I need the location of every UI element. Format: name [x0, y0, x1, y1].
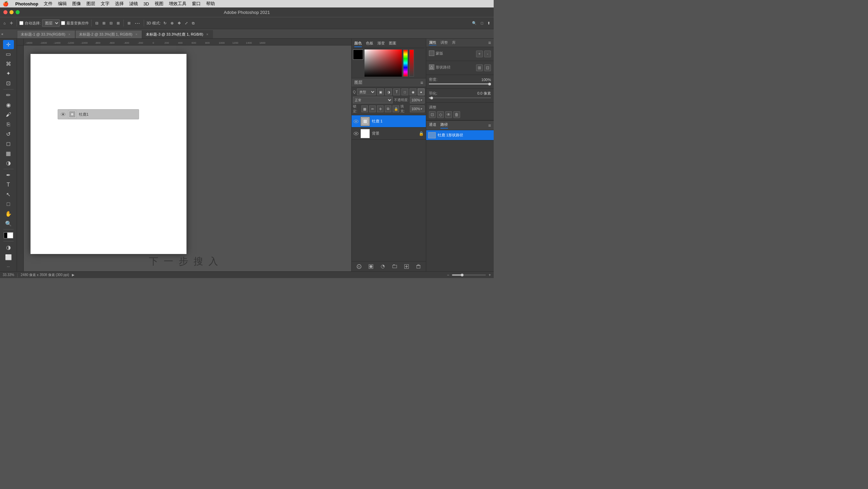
3d-orbit-button[interactable]: ⊕ [169, 19, 175, 27]
filter-smart-btn[interactable]: ◉ [410, 89, 416, 95]
3d-scale-button[interactable]: ⧉ [191, 19, 196, 27]
lock-transparent-btn[interactable]: ▦ [361, 105, 368, 112]
tab-1-close[interactable]: × [134, 33, 138, 37]
delete-layer-button[interactable] [415, 263, 422, 270]
channels-panel-menu[interactable]: ≡ [488, 122, 491, 129]
clone-tool[interactable]: ⎘ [3, 120, 14, 129]
props-tab-library[interactable]: 库 [452, 40, 456, 45]
transform-checkbox[interactable] [61, 21, 65, 25]
layer-mask-button[interactable] [367, 263, 375, 270]
filter-shape-btn[interactable]: □ [401, 89, 408, 95]
collapse-panel-button[interactable]: « [0, 30, 5, 38]
distribute-button[interactable]: ⊞ [126, 19, 132, 27]
auto-select-checkbox[interactable] [19, 21, 23, 25]
color-tab[interactable]: 颜色 [354, 41, 362, 47]
brush-tool[interactable]: 🖌 [3, 110, 14, 119]
app-name[interactable]: Photoshop [15, 1, 38, 6]
new-layer-button[interactable] [403, 263, 410, 270]
properties-panel-menu[interactable]: ≡ [488, 40, 491, 45]
more-options-button[interactable]: ⋯ [133, 19, 141, 27]
menu-filter[interactable]: 滤镜 [129, 1, 138, 7]
channel-item-0[interactable]: 牡鹿 1形状路径 [426, 130, 494, 140]
filter-pixel-btn[interactable]: ▣ [377, 89, 384, 95]
swatches-tab[interactable]: 色板 [366, 41, 373, 47]
patterns-tab[interactable]: 图案 [389, 41, 396, 47]
opacity-dropdown[interactable]: ▼ [420, 99, 423, 102]
mask-subtract-btn[interactable]: - [484, 51, 491, 57]
color-gradient[interactable] [364, 50, 402, 77]
eyedropper-tool[interactable]: ✏ [3, 91, 14, 100]
healing-tool[interactable]: ◉ [3, 100, 14, 110]
adj-eye-btn[interactable]: 👁 [445, 111, 452, 118]
layer-adjustment-button[interactable] [379, 263, 387, 270]
quick-mask-button[interactable]: ◑ [3, 243, 14, 252]
lock-paint-btn[interactable]: ✏ [369, 105, 376, 112]
menu-image[interactable]: 图像 [72, 1, 81, 7]
3d-rotate-button[interactable]: ↻ [162, 19, 168, 27]
align-right-button[interactable]: ⊟ [108, 19, 114, 27]
marquee-tool[interactable]: ▭ [3, 50, 14, 59]
layer-eye-1[interactable] [354, 132, 358, 135]
extra-tools-button[interactable]: ··· [3, 262, 14, 271]
move-tool[interactable]: ✛ [3, 40, 14, 49]
adj-delete-btn[interactable]: 🗑 [453, 111, 460, 118]
menu-select[interactable]: 选择 [115, 1, 124, 7]
align-left-button[interactable]: ⊟ [94, 19, 100, 27]
move-tool-button[interactable]: ✛ [8, 19, 14, 27]
tab-2[interactable]: 未标题-3 @ 33.3%(牡鹿 1, RGB/8) × [142, 30, 213, 38]
feather-slider-handle[interactable] [430, 97, 433, 99]
lock-position-btn[interactable]: ✛ [377, 105, 383, 112]
path-select-tool[interactable]: ↖ [3, 190, 14, 199]
tab-1[interactable]: 未标题-2 @ 33.3%(图 1, RGB/8) × [75, 30, 142, 38]
auto-select-dropdown[interactable]: 图层 [42, 19, 60, 27]
hue-bar[interactable] [403, 50, 408, 77]
filter-adjust-btn[interactable]: ◑ [385, 89, 392, 95]
shape-path-btn2[interactable]: ⊡ [484, 64, 491, 71]
screen-mode-button[interactable]: ⬜ [3, 253, 14, 262]
layer-item-1[interactable]: 背景 🔒 [352, 128, 426, 140]
layer-fx-button[interactable]: fx [355, 263, 363, 270]
dodge-tool[interactable]: ◑ [3, 159, 14, 168]
blend-mode-select[interactable]: 正常 [353, 97, 393, 103]
share-button[interactable]: ⬆ [486, 19, 492, 27]
color-swatch[interactable] [353, 50, 363, 60]
text-tool[interactable]: T [3, 180, 14, 190]
mask-add-btn[interactable]: + [476, 51, 483, 57]
search-button[interactable]: 🔍 [471, 19, 478, 27]
shape-tool[interactable]: □ [3, 200, 14, 209]
menu-edit[interactable]: 编辑 [58, 1, 67, 7]
lock-artboard-btn[interactable]: ⧉ [385, 105, 391, 112]
adj-select-btn[interactable]: ⊡ [429, 111, 436, 118]
menu-view[interactable]: 视图 [155, 1, 163, 7]
menu-plugins[interactable]: 增效工具 [169, 1, 186, 7]
zoom-slider-handle[interactable] [461, 274, 463, 276]
color-selector[interactable] [4, 232, 13, 238]
zoom-tool[interactable]: 🔍 [3, 219, 14, 228]
gradients-tab[interactable]: 渐变 [377, 41, 385, 47]
paths-tab[interactable]: 路径 [440, 122, 448, 129]
align-center-button[interactable]: ⊞ [101, 19, 107, 27]
tab-2-close[interactable]: × [205, 33, 209, 37]
zoom-slider[interactable] [452, 274, 486, 276]
filter-toggle[interactable]: ● [418, 89, 425, 95]
status-arrow[interactable]: ▶ [72, 273, 75, 277]
maximize-window-button[interactable] [16, 10, 20, 14]
layer-eye-0[interactable] [354, 120, 358, 123]
workspaces-button[interactable]: □ [479, 19, 485, 27]
history-brush-tool[interactable]: ↺ [3, 130, 14, 139]
menu-text[interactable]: 文字 [101, 1, 110, 7]
zoom-in-btn[interactable]: + [489, 273, 491, 277]
quick-select-tool[interactable]: ✦ [3, 69, 14, 78]
props-tab-adjustments[interactable]: 调整 [440, 40, 448, 45]
crop-tool[interactable]: ⊡ [3, 79, 14, 88]
feather-slider[interactable] [429, 97, 491, 98]
apple-menu[interactable]: 🍎 [3, 1, 8, 6]
filter-text-btn[interactable]: T [393, 89, 400, 95]
tab-0[interactable]: 未标题-1 @ 33.3%(RGB/8) × [17, 30, 75, 38]
home-button[interactable]: ⌂ [2, 19, 7, 27]
menu-file[interactable]: 文件 [44, 1, 53, 7]
close-window-button[interactable] [3, 10, 7, 14]
density-slider-handle[interactable] [488, 83, 491, 85]
menu-window[interactable]: 窗口 [192, 1, 201, 7]
background-color[interactable] [7, 232, 13, 238]
